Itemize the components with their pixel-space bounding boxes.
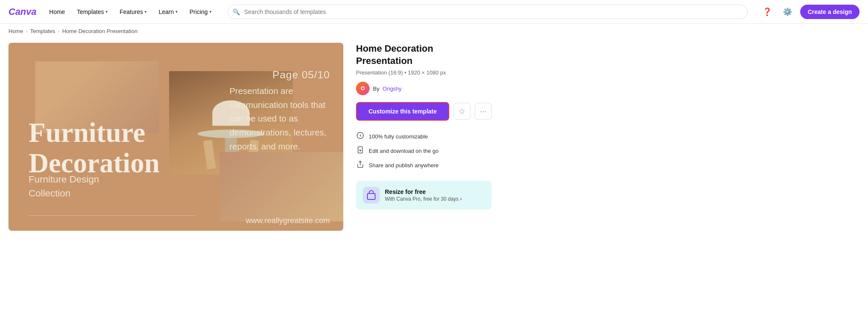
photo-bottom-right xyxy=(220,152,343,221)
pro-link[interactable]: › xyxy=(460,196,462,202)
feature-customizable: 100% fully customizable xyxy=(356,129,492,144)
template-sidebar: Home Decoration Presentation Presentatio… xyxy=(356,43,492,231)
pricing-chevron-icon: ▾ xyxy=(209,9,211,14)
star-icon: ☆ xyxy=(459,107,465,116)
breadcrumb-sep-2: › xyxy=(58,28,59,34)
customizable-icon xyxy=(356,132,364,141)
author-name-label[interactable]: Ongshy xyxy=(383,86,402,92)
search-icon: 🔍 xyxy=(233,8,240,15)
share-icon xyxy=(356,160,364,170)
preview-area: Page 05/10 Presentation are communicatio… xyxy=(8,43,343,231)
customize-button[interactable]: Customize this template xyxy=(356,102,449,121)
breadcrumb-home[interactable]: Home xyxy=(8,28,23,34)
feature-list: 100% fully customizable Edit and downloa… xyxy=(356,129,492,172)
features-chevron-icon: ▾ xyxy=(145,9,147,14)
slide-main-title: Furniture Decoration xyxy=(28,117,159,178)
template-meta: Presentation (16:9) • 1920 × 1080 px xyxy=(356,69,492,76)
canva-logo[interactable]: Canva xyxy=(8,6,36,17)
action-row: Customize this template ☆ ··· xyxy=(356,102,492,121)
learn-chevron-icon: ▾ xyxy=(175,9,178,14)
slide-description: Presentation are communication tools tha… xyxy=(229,84,330,154)
favorite-button[interactable]: ☆ xyxy=(453,103,470,120)
nav-right: ❓ ⚙️ Create a design xyxy=(760,4,860,19)
nav-home[interactable]: Home xyxy=(45,6,69,18)
nav-learn[interactable]: Learn ▾ xyxy=(154,6,182,18)
more-options-button[interactable]: ··· xyxy=(475,103,492,120)
breadcrumb: Home › Templates › Home Decoration Prese… xyxy=(0,24,868,39)
breadcrumb-templates[interactable]: Templates xyxy=(30,28,55,34)
slide-website-url: www.reallygreatsite.com xyxy=(246,216,330,225)
slide-inner: Page 05/10 Presentation are communicatio… xyxy=(8,43,343,231)
author-row: O By Ongshy xyxy=(356,82,492,95)
main-content: Page 05/10 Presentation are communicatio… xyxy=(0,39,868,239)
download-icon xyxy=(356,146,364,155)
search-bar: 🔍 xyxy=(228,5,748,19)
more-dots-icon: ··· xyxy=(480,107,486,116)
svg-rect-4 xyxy=(367,193,375,199)
slide-divider-line xyxy=(28,216,196,216)
author-by-label: By Ongshy xyxy=(373,86,402,92)
nav-pricing[interactable]: Pricing ▾ xyxy=(185,6,216,18)
create-design-button[interactable]: Create a design xyxy=(800,5,860,19)
template-title: Home Decoration Presentation xyxy=(356,43,492,67)
breadcrumb-sep-1: › xyxy=(26,28,28,34)
help-button[interactable]: ❓ xyxy=(760,4,775,19)
nav-templates[interactable]: Templates ▾ xyxy=(72,6,112,18)
canva-pro-box: Resize for free With Canva Pro, free for… xyxy=(356,181,492,210)
pro-icon xyxy=(363,187,380,204)
settings-button[interactable]: ⚙️ xyxy=(780,4,795,19)
nav-features[interactable]: Features ▾ xyxy=(115,6,151,18)
templates-chevron-icon: ▾ xyxy=(106,9,108,14)
feature-share: Share and publish anywhere xyxy=(356,158,492,172)
slide-subtitle: Furniture Design Collection xyxy=(28,172,99,201)
chair-leg-left xyxy=(203,140,216,170)
breadcrumb-current: Home Decoration Presentation xyxy=(62,28,138,34)
slide-preview: Page 05/10 Presentation are communicatio… xyxy=(8,43,343,231)
pro-text: Resize for free With Canva Pro, free for… xyxy=(385,188,462,202)
navbar: Canva Home Templates ▾ Features ▾ Learn … xyxy=(0,0,868,24)
slide-page-number: Page 05/10 xyxy=(273,69,330,81)
photo-hand-plant xyxy=(220,152,343,221)
avatar: O xyxy=(356,82,370,95)
feature-download: Edit and download on the go xyxy=(356,144,492,158)
search-input[interactable] xyxy=(228,5,748,19)
